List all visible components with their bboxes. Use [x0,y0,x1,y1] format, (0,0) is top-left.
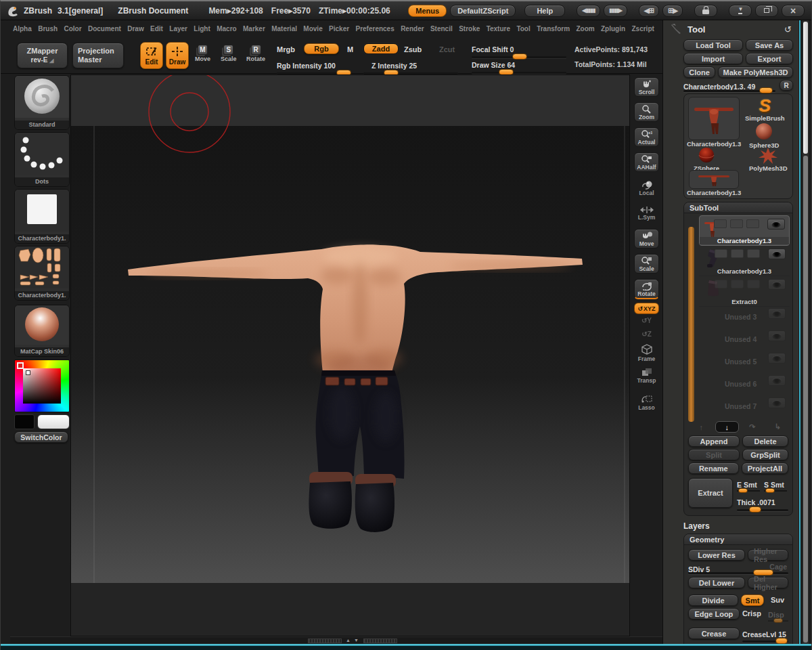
restore-button[interactable] [755,5,778,17]
secondary-color-swatch[interactable] [37,414,70,429]
disp-slider[interactable]: Disp [768,608,788,622]
lock-button[interactable] [694,5,717,17]
extract-button[interactable]: Extract [688,478,733,508]
menu-item[interactable]: Alpha [13,25,32,32]
tool-thumb-characterbody[interactable]: Characterbody1.3 [687,97,741,148]
geometry-header[interactable]: Geometry [684,534,792,545]
visibility-eye-icon[interactable] [768,279,786,290]
nav-aahalf-button[interactable]: AAHalf [634,152,659,172]
switch-color-button[interactable]: SwitchColor [14,431,68,443]
focal-shift-slider[interactable]: Focal Shift 0 [472,43,566,58]
nav-local-button[interactable]: Local [634,180,659,196]
document-canvas[interactable] [70,74,630,636]
subtool-item-unused[interactable]: Unused 5 [699,351,790,374]
s-smt-knob[interactable] [765,488,775,493]
main-color-swatch[interactable] [14,414,35,429]
sdiv-slider[interactable]: SDiv 5 Cage [688,563,788,575]
e-smt-slider[interactable]: E Smt [737,478,760,492]
tool-palette-header[interactable]: Tool ↺ [663,20,798,38]
scrub-left-button[interactable]: ◀▮▮▮▮ [577,5,600,17]
menu-item[interactable]: Texture [487,25,510,32]
menu-item[interactable]: Layer [169,25,187,32]
subtool-scrollbar[interactable] [688,227,694,422]
menu-item[interactable]: Brush [38,25,58,32]
subtool-duplicate-button[interactable]: ↷ [741,421,765,433]
menu-item[interactable]: Draw [127,25,143,32]
menu-item[interactable]: Preferences [355,25,394,32]
scroll-down-icon[interactable]: ▼ [354,638,359,643]
subtool-down-button[interactable]: ↓ [715,421,739,433]
subtool-item[interactable]: Characterbody1.3 [699,246,790,276]
uv-texture-selector[interactable]: Characterbody1. [14,246,70,301]
e-smt-knob[interactable] [738,488,748,493]
active-tool-knob[interactable] [759,87,773,93]
panel-scrollbar-thumb[interactable] [803,22,808,154]
thick-slider[interactable]: Thick .0071 [737,496,788,511]
creaselvl-knob[interactable] [775,638,788,644]
delete-button[interactable]: Delete [742,435,788,447]
menu-item[interactable]: Light [194,25,210,32]
suv-toggle[interactable]: Suv [771,594,784,606]
zcut-toggle[interactable]: Zcut [439,45,455,53]
tool-sphere3d[interactable]: Sphere3D [749,123,779,149]
menu-item[interactable]: Stencil [430,25,453,32]
export-button[interactable]: Export [746,53,793,64]
edge-loop-button[interactable]: Edge Loop [688,608,740,620]
sdiv-knob[interactable] [753,569,773,576]
brush-selector[interactable]: Standard [14,75,70,130]
subtool-item-unused[interactable]: Unused 7 [699,396,790,418]
stroke-selector[interactable]: Dots [14,132,70,187]
nav-lsym-button[interactable]: L.Sym [634,206,659,221]
nav-move-button[interactable]: Move [634,229,659,248]
layers-section-title[interactable]: Layers [683,521,793,531]
lower-res-button[interactable]: Lower Res [688,549,745,561]
scroll-up-icon[interactable]: ▲ [346,638,351,643]
draw-size-slider[interactable]: Draw Size 64 [472,58,566,74]
subtool-item-unused[interactable]: Unused 3 [699,307,790,329]
tool-zsphere[interactable]: ZSphere [694,147,719,172]
thick-knob[interactable] [749,506,761,513]
make-polymesh3d-button[interactable]: Make PolyMesh3D [718,66,793,78]
pane-left-button[interactable]: ◀⊞ [639,5,659,17]
crease-button[interactable]: Crease [688,628,740,639]
append-button[interactable]: Append [688,435,740,447]
save-as-button[interactable]: Save As [746,39,793,51]
menu-item[interactable]: Stroke [459,25,480,32]
crisp-toggle[interactable]: Crisp [742,608,761,622]
subtool-up-button[interactable]: ↑ [690,421,713,433]
creaselvl-slider[interactable]: CreaseLvl 15 [742,628,788,643]
higher-res-button[interactable]: Higher Res [748,549,788,561]
import-button[interactable]: Import [683,53,743,64]
color-picker-marker[interactable] [26,370,30,375]
menu-item[interactable]: Macro [217,25,236,32]
visibility-eye-icon[interactable] [768,248,786,259]
menu-item[interactable]: Tool [516,25,530,32]
tool-polymesh3d[interactable]: PolyMesh3D [749,147,788,172]
projectall-button[interactable]: ProjectAll [742,462,788,474]
subtool-item[interactable]: Characterbody1.3 [699,215,790,246]
scrub-right-button[interactable]: ▮▮▮▮▶ [604,5,627,17]
draw-button[interactable]: Draw [166,42,189,69]
texture-selector[interactable]: Characterbody1. [14,189,70,244]
nav-frame-button[interactable]: Frame [634,344,659,362]
projection-master-button[interactable]: Projection Master [72,43,124,68]
menu-item[interactable]: Transform [537,25,570,32]
mrgb-toggle[interactable]: Mrgb [277,45,295,53]
menu-item[interactable]: Material [271,25,297,32]
scale-button[interactable]: S Scale [221,45,237,62]
nav-scroll-button[interactable]: Scroll [634,77,659,97]
reset-icon[interactable]: ↺ [784,24,792,35]
help-button[interactable]: Help [524,5,565,17]
material-selector[interactable]: MatCap Skin06 [14,305,70,357]
s-smt-slider[interactable]: S Smt [764,478,787,492]
z-intensity-slider[interactable]: Z Intensity 25 [363,59,458,74]
zmapper-button[interactable]: ZMapper rev-E ◢ [17,43,68,68]
pane-right-button[interactable]: ⊞▶ [662,5,683,17]
subtool-item-unused[interactable]: Unused 4 [699,329,790,351]
del-lower-button[interactable]: Del Lower [688,577,745,588]
subtool-item-unused[interactable]: Unused 6 [699,374,790,396]
m-toggle[interactable]: M [347,45,353,53]
menu-item[interactable]: Marker [243,25,265,32]
edit-button[interactable]: Edit [140,42,163,69]
zadd-toggle[interactable]: Zadd [363,43,399,54]
